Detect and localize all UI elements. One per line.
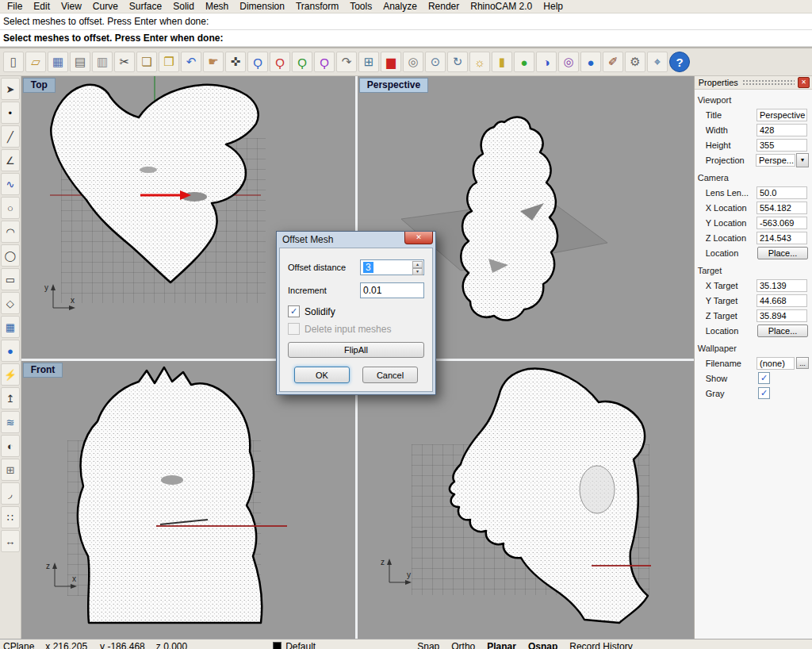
close-icon[interactable]: ✕ xyxy=(798,77,810,88)
dimension-icon[interactable]: ↔ xyxy=(1,530,20,552)
copy-icon[interactable]: ❏ xyxy=(136,52,157,72)
viewport-label-perspective[interactable]: Perspective xyxy=(359,78,428,93)
rotate-view-icon[interactable]: ↻ xyxy=(447,52,468,72)
prop-value-x-target[interactable]: 35.139 xyxy=(756,279,807,292)
layer-color-swatch[interactable] xyxy=(273,642,282,649)
lightning-icon[interactable]: ⚡ xyxy=(1,363,20,386)
menu-item-transform[interactable]: Transform xyxy=(290,1,344,13)
prop-value-height[interactable]: 355 xyxy=(756,139,807,152)
curve-icon[interactable]: ∿ xyxy=(1,173,20,195)
prop-value-y-location[interactable]: -563.069 xyxy=(756,217,807,229)
polygon-icon[interactable]: ◇ xyxy=(1,292,20,314)
zoom-selected-icon[interactable]: Ϙ xyxy=(314,52,335,72)
fillet-icon[interactable]: ◞ xyxy=(1,482,20,505)
torus-icon[interactable]: ◎ xyxy=(558,52,579,72)
prop-value-x-location[interactable]: 554.182 xyxy=(756,202,807,214)
prop-value-width[interactable]: 428 xyxy=(756,124,807,136)
solidify-checkbox[interactable]: ✓ xyxy=(288,305,300,317)
paste-icon[interactable]: ❐ xyxy=(159,52,179,72)
point-icon[interactable]: • xyxy=(1,102,20,124)
flipall-button[interactable]: FlipAll xyxy=(288,342,424,358)
open-folder-icon[interactable]: ▱ xyxy=(25,52,46,72)
arc-icon[interactable]: ◠ xyxy=(1,221,20,243)
axes-icon[interactable]: ⌖ xyxy=(647,52,668,72)
record-history-toggle[interactable]: Record History xyxy=(569,641,632,649)
prop-checkbox-show[interactable]: ✓ xyxy=(758,372,770,384)
print-icon[interactable]: ▤ xyxy=(70,52,90,72)
browse-button[interactable]: ... xyxy=(796,357,809,369)
prop-button-location[interactable]: Place... xyxy=(757,247,808,259)
layer-grid-icon[interactable]: ⊞ xyxy=(358,52,379,72)
menu-item-curve[interactable]: Curve xyxy=(87,1,124,13)
undo-icon[interactable]: ↶ xyxy=(181,52,201,72)
viewport-right[interactable]: z y xyxy=(358,361,694,639)
menu-item-surface[interactable]: Surface xyxy=(124,1,167,13)
lock-icon[interactable]: ▮ xyxy=(492,52,512,72)
polyline-icon[interactable]: ∠ xyxy=(1,149,20,171)
prop-value-lens-len[interactable]: 50.0 xyxy=(756,186,807,199)
prop-value-z-target[interactable]: 35.894 xyxy=(756,309,807,322)
move-icon[interactable]: ✜ xyxy=(225,52,246,72)
cancel-button[interactable]: Cancel xyxy=(362,367,418,383)
menu-item-mesh[interactable]: Mesh xyxy=(200,1,234,13)
loft-icon[interactable]: ≋ xyxy=(1,411,20,433)
surface-icon[interactable]: ▦ xyxy=(1,316,20,338)
chevron-down-icon[interactable]: ▾ xyxy=(796,153,809,167)
dialog-title-bar[interactable]: Offset Mesh ✕ xyxy=(279,232,433,248)
sphere-green-icon[interactable]: ● xyxy=(514,52,534,72)
array-icon[interactable]: ∷ xyxy=(1,506,20,528)
status-toggle-planar[interactable]: Planar xyxy=(487,641,516,649)
cplane-button[interactable]: CPlane xyxy=(3,641,34,649)
prop-value-title[interactable]: Perspective xyxy=(756,109,807,121)
prop-button-location[interactable]: Place... xyxy=(757,324,808,337)
menu-item-analyze[interactable]: Analyze xyxy=(377,1,423,13)
viewport-label-front[interactable]: Front xyxy=(23,363,63,378)
viewport-label-top[interactable]: Top xyxy=(23,78,56,93)
menu-item-tools[interactable]: Tools xyxy=(344,1,377,13)
orbit-icon[interactable]: ⊙ xyxy=(425,52,446,72)
spinner-up-icon[interactable]: ▴ xyxy=(412,261,423,268)
menu-item-rhinocam-2-0[interactable]: RhinoCAM 2.0 xyxy=(465,1,538,13)
circle-icon[interactable]: ○ xyxy=(1,197,20,219)
ellipse-icon[interactable]: ◯ xyxy=(1,244,20,267)
prop-value-z-location[interactable]: 214.543 xyxy=(756,232,807,244)
increment-input[interactable]: 0.01 xyxy=(360,282,424,298)
pen-icon[interactable]: ✐ xyxy=(603,52,623,72)
prop-checkbox-gray[interactable]: ✓ xyxy=(758,387,770,399)
lamp-icon[interactable]: ☼ xyxy=(469,52,490,72)
menu-item-view[interactable]: View xyxy=(56,1,87,13)
rectangle-icon[interactable]: ▭ xyxy=(1,268,20,290)
command-prompt[interactable]: Select meshes to offset. Press Enter whe… xyxy=(0,30,812,47)
prop-value-projection[interactable]: Perspe... xyxy=(756,154,795,167)
menu-item-file[interactable]: File xyxy=(2,1,28,13)
panel-drag-grip[interactable] xyxy=(742,79,795,86)
ok-button[interactable]: OK xyxy=(294,367,350,383)
pointer-icon[interactable]: ➤ xyxy=(1,78,20,100)
zoom-extents-icon[interactable]: Ϙ xyxy=(292,52,312,72)
status-toggle-ortho[interactable]: Ortho xyxy=(451,641,475,649)
menu-item-help[interactable]: Help xyxy=(538,1,569,13)
prop-value-filename[interactable]: (none) xyxy=(756,357,795,370)
viewport-front[interactable]: Front z x xyxy=(21,361,355,639)
offset-distance-input[interactable]: 3 ▴ ▾ xyxy=(360,259,424,275)
zoom-window-icon[interactable]: Ϙ xyxy=(270,52,290,72)
gear-icon[interactable]: ⚙ xyxy=(625,52,645,72)
car-icon[interactable]: ▆ xyxy=(381,52,401,72)
line-icon[interactable]: ╱ xyxy=(1,125,20,148)
help-icon[interactable]: ? xyxy=(669,52,690,72)
wheel-icon[interactable]: ◎ xyxy=(403,52,423,72)
status-toggle-snap[interactable]: Snap xyxy=(417,641,439,649)
zoom-icon[interactable]: Ϙ xyxy=(247,52,268,72)
globe-icon[interactable]: ● xyxy=(580,52,601,72)
new-file-icon[interactable]: ▯ xyxy=(3,52,24,72)
layer-selector[interactable]: Default xyxy=(285,641,316,649)
boolean-icon[interactable]: ◐ xyxy=(1,435,20,457)
save-icon[interactable]: ▦ xyxy=(48,52,68,72)
sphere-icon[interactable]: ● xyxy=(1,340,20,362)
menu-item-solid[interactable]: Solid xyxy=(167,1,200,13)
menu-item-edit[interactable]: Edit xyxy=(28,1,56,13)
menu-item-dimension[interactable]: Dimension xyxy=(234,1,290,13)
spinner-down-icon[interactable]: ▾ xyxy=(412,268,423,275)
export-icon[interactable]: ▥ xyxy=(92,52,113,72)
mesh-tool-icon[interactable]: ⊞ xyxy=(1,459,20,481)
